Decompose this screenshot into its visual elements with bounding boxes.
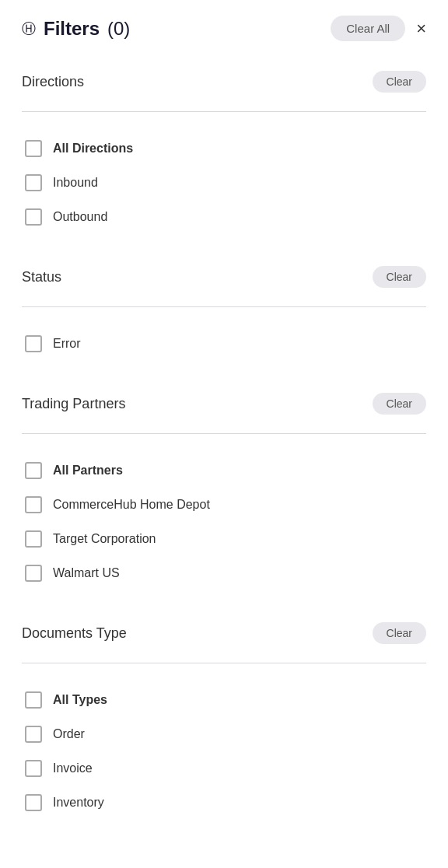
trading-partners-section: Trading Partners Clear bbox=[0, 379, 448, 433]
status-header: Status Clear bbox=[22, 266, 426, 288]
documents-type-section: Documents Type Clear bbox=[0, 608, 448, 663]
list-item[interactable]: Walmart US bbox=[22, 557, 426, 590]
walmart-label: Walmart US bbox=[53, 566, 120, 580]
checkbox-error[interactable] bbox=[25, 335, 42, 352]
status-checkbox-list: Error bbox=[22, 321, 426, 371]
status-list-container: Error bbox=[0, 307, 448, 379]
invoice-label: Invoice bbox=[53, 761, 93, 775]
status-section: Status Clear bbox=[0, 252, 448, 306]
list-item[interactable]: Order bbox=[22, 718, 426, 751]
checkbox-order[interactable] bbox=[25, 726, 42, 743]
trading-partners-title: Trading Partners bbox=[22, 396, 125, 412]
documents-type-checkbox-list: All Types Order Invoice Inventory bbox=[22, 677, 426, 830]
all-partners-label: All Partners bbox=[53, 464, 123, 478]
order-label: Order bbox=[53, 727, 85, 741]
filter-icon: Ⓗ bbox=[22, 19, 36, 38]
checkbox-walmart[interactable] bbox=[25, 565, 42, 582]
filters-count: (0) bbox=[107, 18, 130, 40]
list-item[interactable]: All Directions bbox=[22, 132, 426, 165]
directions-clear-button[interactable]: Clear bbox=[373, 71, 426, 93]
header-right: Clear All × bbox=[331, 16, 426, 41]
directions-list-container: All Directions Inbound Outbound bbox=[0, 112, 448, 252]
checkbox-invoice[interactable] bbox=[25, 760, 42, 777]
error-label: Error bbox=[53, 337, 81, 351]
checkbox-inventory[interactable] bbox=[25, 794, 42, 811]
directions-checkbox-list: All Directions Inbound Outbound bbox=[22, 126, 426, 244]
directions-title: Directions bbox=[22, 74, 84, 90]
inventory-label: Inventory bbox=[53, 796, 104, 810]
documents-type-title: Documents Type bbox=[22, 625, 127, 642]
documents-type-header: Documents Type Clear bbox=[22, 622, 426, 644]
directions-section: Directions Clear bbox=[0, 57, 448, 111]
checkbox-all-types[interactable] bbox=[25, 691, 42, 709]
list-item[interactable]: Inventory bbox=[22, 786, 426, 819]
target-label: Target Corporation bbox=[53, 532, 156, 546]
list-item[interactable]: All Types bbox=[22, 684, 426, 716]
checkbox-target[interactable] bbox=[25, 530, 42, 548]
checkbox-all-partners[interactable] bbox=[25, 462, 42, 479]
list-item[interactable]: All Partners bbox=[22, 454, 426, 487]
outbound-label: Outbound bbox=[53, 210, 107, 224]
list-item[interactable]: Target Corporation bbox=[22, 523, 426, 555]
directions-header: Directions Clear bbox=[22, 71, 426, 93]
status-title: Status bbox=[22, 269, 61, 285]
list-item[interactable]: Outbound bbox=[22, 201, 426, 233]
inbound-label: Inbound bbox=[53, 176, 98, 190]
checkbox-all-directions[interactable] bbox=[25, 140, 42, 157]
header-left: Ⓗ Filters (0) bbox=[22, 18, 130, 40]
list-item[interactable]: Invoice bbox=[22, 752, 426, 785]
checkbox-commercehub[interactable] bbox=[25, 496, 42, 513]
trading-partners-checkbox-list: All Partners CommerceHub Home Depot Targ… bbox=[22, 448, 426, 600]
filters-header: Ⓗ Filters (0) Clear All × bbox=[0, 0, 448, 57]
trading-partners-clear-button[interactable]: Clear bbox=[373, 393, 426, 415]
all-directions-label: All Directions bbox=[53, 142, 133, 156]
list-item[interactable]: Error bbox=[22, 327, 426, 360]
documents-type-clear-button[interactable]: Clear bbox=[373, 622, 426, 644]
list-item[interactable]: CommerceHub Home Depot bbox=[22, 488, 426, 521]
close-button[interactable]: × bbox=[416, 20, 426, 37]
trading-partners-list-container: All Partners CommerceHub Home Depot Targ… bbox=[0, 434, 448, 608]
filters-panel: Ⓗ Filters (0) Clear All × Directions Cle… bbox=[0, 0, 448, 868]
commercehub-label: CommerceHub Home Depot bbox=[53, 498, 210, 512]
filters-title: Filters bbox=[44, 18, 100, 40]
documents-type-list-container: All Types Order Invoice Inventory bbox=[0, 663, 448, 838]
status-clear-button[interactable]: Clear bbox=[373, 266, 426, 288]
checkbox-inbound[interactable] bbox=[25, 174, 42, 191]
checkbox-outbound[interactable] bbox=[25, 208, 42, 226]
trading-partners-header: Trading Partners Clear bbox=[22, 393, 426, 415]
all-types-label: All Types bbox=[53, 693, 107, 707]
list-item[interactable]: Inbound bbox=[22, 166, 426, 199]
clear-all-button[interactable]: Clear All bbox=[331, 16, 405, 41]
